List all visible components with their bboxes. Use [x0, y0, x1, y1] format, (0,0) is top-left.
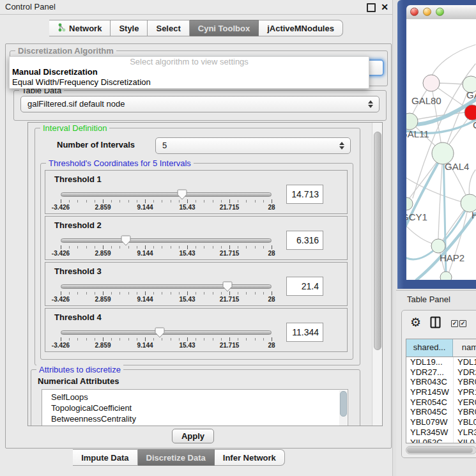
tab-3[interactable]: Cyni Toolbox — [190, 20, 259, 36]
slider-handle[interactable] — [121, 235, 131, 246]
slider-tick — [246, 292, 247, 295]
network-window-titlebar[interactable] — [406, 5, 476, 20]
list-scrollbar-thumb[interactable] — [340, 391, 347, 417]
slider-tick — [103, 245, 104, 249]
table-row[interactable]: YBR043C YBR0 — [406, 377, 476, 387]
attribute-list-item[interactable]: TopologicalCoefficient — [42, 403, 348, 413]
cell-shared-name[interactable]: YPR145W — [406, 387, 453, 397]
table-row[interactable]: YPR145W YPR1 — [406, 387, 476, 397]
minimize-traffic-light-icon[interactable] — [423, 8, 431, 16]
table-row[interactable]: YER054C YER0 — [406, 397, 476, 408]
network-edge[interactable] — [406, 224, 434, 244]
slider-tick — [86, 200, 87, 203]
cell-shared-name[interactable]: YBR045C — [406, 407, 453, 417]
network-canvas[interactable]: GAL80GACGAL11GAL4GCY1HHAP2 — [406, 19, 476, 280]
slider-handle[interactable] — [155, 327, 165, 338]
apply-button[interactable]: Apply — [172, 429, 214, 443]
network-graph[interactable]: GAL80GACGAL11GAL4GCY1HHAP2 — [406, 19, 476, 280]
cell-shared-name[interactable]: YLR345W — [406, 427, 453, 438]
zoom-traffic-light-icon[interactable] — [436, 8, 444, 16]
table-row[interactable]: YLR345W YLR3 — [406, 427, 476, 438]
attribute-list-item[interactable]: SelfLoops — [42, 392, 348, 403]
float-window-icon[interactable] — [367, 3, 376, 12]
slider-handle[interactable] — [222, 281, 233, 292]
network-node-HAP2[interactable] — [431, 239, 445, 253]
threshold-3-slider[interactable]: -3.4262.8599.14415.4321.71528 — [61, 328, 272, 349]
cell-shared-name[interactable]: YBL079W — [406, 417, 453, 427]
slider-tick-label: 28 — [268, 204, 275, 211]
cell-name[interactable]: YIL0 — [453, 438, 476, 444]
threshold-2-slider[interactable]: -3.4262.8599.14415.4321.71528 — [61, 282, 272, 303]
dropdown-option-manual-discretization[interactable]: Manual Discretization — [10, 67, 369, 77]
horizontal-scrollbar[interactable] — [406, 446, 476, 454]
list-scrollbar[interactable] — [339, 390, 347, 426]
threshold-3-value-field[interactable]: 11.344 — [286, 323, 323, 342]
network-edge[interactable] — [438, 153, 443, 239]
bottom-tab-0[interactable]: Impute Data — [73, 449, 137, 466]
network-node-GCY1[interactable] — [406, 197, 413, 210]
dropdown-option-equal-width[interactable]: Equal Width/Frequency Discretization — [10, 77, 369, 88]
table-row[interactable]: YBR045C YBR0 — [406, 407, 476, 417]
slider-tick — [111, 200, 112, 203]
cell-name[interactable]: YLR3 — [453, 427, 476, 438]
slider-tick-label: -3.426 — [52, 296, 70, 303]
column-header-name[interactable]: name — [453, 339, 476, 357]
threshold-0-slider[interactable]: -3.4262.8599.14415.4321.71528 — [61, 190, 272, 211]
slider-track[interactable] — [61, 284, 272, 289]
bottom-tab-2[interactable]: Infer Network — [215, 449, 285, 466]
threshold-2-value-field[interactable]: 21.4 — [286, 277, 323, 296]
cell-shared-name[interactable]: YDR27... — [406, 367, 453, 378]
bottom-tab-1[interactable]: Discretize Data — [138, 449, 215, 466]
slider-tick — [61, 245, 61, 249]
network-edge[interactable] — [469, 170, 475, 198]
close-window-icon[interactable]: ✕ — [381, 1, 388, 13]
cell-name[interactable]: YBR0 — [453, 377, 476, 387]
slider-track[interactable] — [61, 192, 272, 197]
cell-shared-name[interactable]: YER054C — [406, 397, 453, 408]
cell-name[interactable]: YDR2 — [453, 367, 476, 378]
cell-shared-name[interactable]: YIL052C — [406, 438, 453, 444]
threshold-1-slider[interactable]: -3.4262.8599.14415.4321.71528 — [61, 236, 272, 257]
gear-icon[interactable]: ⚙ — [410, 314, 421, 331]
table-row[interactable]: YDR27... YDR2 — [406, 367, 476, 378]
attribute-list-item[interactable]: BetweennessCentrality — [42, 413, 348, 424]
split-view-icon[interactable] — [430, 316, 441, 331]
table-row[interactable]: YDL19... YDL1 — [406, 357, 476, 367]
column-header-shared-name[interactable]: shared... — [406, 339, 453, 357]
checkbox-icon[interactable]: ✓ — [459, 320, 466, 327]
tab-1[interactable]: Style — [111, 20, 148, 36]
combobox-value: 5 — [162, 138, 167, 153]
slider-tick — [272, 245, 272, 249]
slider-track[interactable] — [61, 330, 272, 335]
slider-tick — [272, 199, 272, 203]
table-data-group: Table Data galFiltered.sif default node — [13, 90, 387, 121]
cell-name[interactable]: YPR1 — [453, 387, 476, 397]
threshold-1-value-field[interactable]: 6.316 — [286, 231, 323, 250]
table-row[interactable]: YBL079W YBL0 — [406, 417, 476, 427]
number-of-intervals-combobox[interactable]: 5 — [155, 137, 351, 154]
checkbox-icon[interactable]: ✓ — [451, 320, 458, 327]
cell-shared-name[interactable]: YBR043C — [406, 377, 453, 387]
network-node-GAL80[interactable] — [423, 75, 440, 91]
close-traffic-light-icon[interactable] — [410, 8, 418, 16]
slider-tick — [137, 246, 137, 249]
vertical-scrollbar-thumb[interactable] — [374, 132, 381, 350]
cell-shared-name[interactable]: YDL19... — [406, 357, 453, 367]
tab-4[interactable]: jActiveMNodules — [259, 20, 343, 36]
table-data-combobox[interactable]: galFiltered.sif default node — [20, 96, 380, 112]
cell-name[interactable]: YBR0 — [453, 407, 476, 417]
slider-tick-label: 2.859 — [95, 250, 111, 257]
cell-name[interactable]: YER0 — [453, 397, 476, 408]
horizontal-scrollbar-thumb[interactable] — [407, 447, 473, 453]
tab-2[interactable]: Select — [148, 20, 189, 36]
cell-name[interactable]: YBL0 — [453, 417, 476, 427]
cell-name[interactable]: YDL1 — [453, 357, 476, 367]
threshold-0-value-field[interactable]: 14.713 — [286, 185, 323, 204]
slider-track[interactable] — [61, 238, 272, 243]
vertical-scrollbar[interactable] — [372, 123, 382, 426]
tab-0[interactable]: Network — [49, 20, 111, 36]
slider-handle[interactable] — [177, 189, 187, 200]
table-row[interactable]: YIL052C YIL0 — [406, 438, 476, 444]
network-node-node-bottom[interactable] — [440, 272, 452, 280]
network-edge[interactable] — [432, 45, 475, 75]
